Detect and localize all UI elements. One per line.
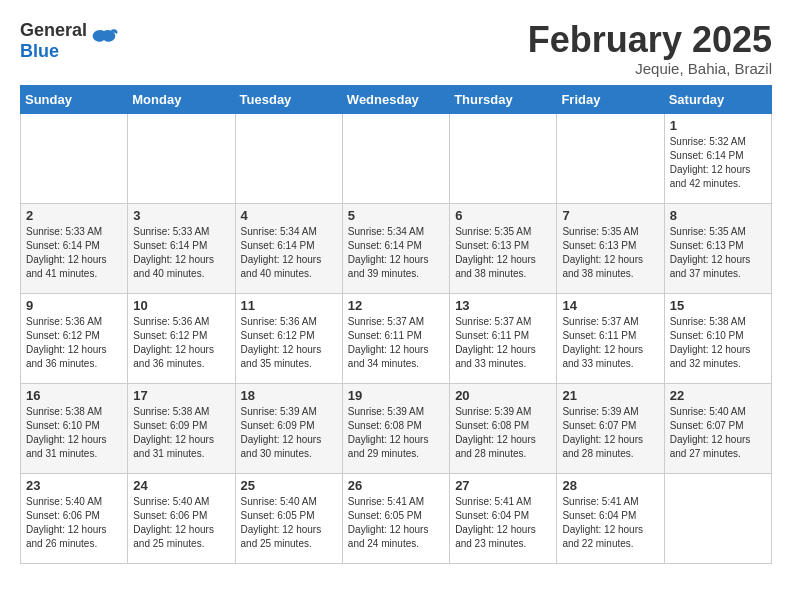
day-number: 11 (241, 298, 337, 313)
day-of-week-header: Friday (557, 85, 664, 113)
day-of-week-header: Monday (128, 85, 235, 113)
calendar-cell: 28Sunrise: 5:41 AM Sunset: 6:04 PM Dayli… (557, 473, 664, 563)
calendar-cell: 4Sunrise: 5:34 AM Sunset: 6:14 PM Daylig… (235, 203, 342, 293)
day-info: Sunrise: 5:39 AM Sunset: 6:09 PM Dayligh… (241, 405, 337, 461)
day-info: Sunrise: 5:34 AM Sunset: 6:14 PM Dayligh… (348, 225, 444, 281)
day-number: 19 (348, 388, 444, 403)
day-number: 15 (670, 298, 766, 313)
calendar-cell: 8Sunrise: 5:35 AM Sunset: 6:13 PM Daylig… (664, 203, 771, 293)
day-number: 1 (670, 118, 766, 133)
calendar-cell: 2Sunrise: 5:33 AM Sunset: 6:14 PM Daylig… (21, 203, 128, 293)
calendar-cell: 6Sunrise: 5:35 AM Sunset: 6:13 PM Daylig… (450, 203, 557, 293)
calendar-cell: 19Sunrise: 5:39 AM Sunset: 6:08 PM Dayli… (342, 383, 449, 473)
day-number: 9 (26, 298, 122, 313)
day-info: Sunrise: 5:38 AM Sunset: 6:09 PM Dayligh… (133, 405, 229, 461)
calendar-cell: 17Sunrise: 5:38 AM Sunset: 6:09 PM Dayli… (128, 383, 235, 473)
calendar-cell: 25Sunrise: 5:40 AM Sunset: 6:05 PM Dayli… (235, 473, 342, 563)
day-number: 26 (348, 478, 444, 493)
calendar-cell: 15Sunrise: 5:38 AM Sunset: 6:10 PM Dayli… (664, 293, 771, 383)
day-info: Sunrise: 5:37 AM Sunset: 6:11 PM Dayligh… (348, 315, 444, 371)
day-of-week-header: Thursday (450, 85, 557, 113)
calendar-cell: 27Sunrise: 5:41 AM Sunset: 6:04 PM Dayli… (450, 473, 557, 563)
day-number: 17 (133, 388, 229, 403)
day-number: 5 (348, 208, 444, 223)
day-info: Sunrise: 5:40 AM Sunset: 6:05 PM Dayligh… (241, 495, 337, 551)
day-of-week-header: Sunday (21, 85, 128, 113)
calendar-week-row: 9Sunrise: 5:36 AM Sunset: 6:12 PM Daylig… (21, 293, 772, 383)
day-info: Sunrise: 5:38 AM Sunset: 6:10 PM Dayligh… (670, 315, 766, 371)
day-of-week-header: Wednesday (342, 85, 449, 113)
calendar-cell: 14Sunrise: 5:37 AM Sunset: 6:11 PM Dayli… (557, 293, 664, 383)
day-info: Sunrise: 5:36 AM Sunset: 6:12 PM Dayligh… (26, 315, 122, 371)
calendar-cell: 9Sunrise: 5:36 AM Sunset: 6:12 PM Daylig… (21, 293, 128, 383)
day-number: 3 (133, 208, 229, 223)
calendar-cell: 24Sunrise: 5:40 AM Sunset: 6:06 PM Dayli… (128, 473, 235, 563)
day-number: 8 (670, 208, 766, 223)
month-title: February 2025 (528, 20, 772, 60)
day-info: Sunrise: 5:33 AM Sunset: 6:14 PM Dayligh… (133, 225, 229, 281)
calendar-cell: 22Sunrise: 5:40 AM Sunset: 6:07 PM Dayli… (664, 383, 771, 473)
day-number: 13 (455, 298, 551, 313)
day-number: 20 (455, 388, 551, 403)
day-info: Sunrise: 5:35 AM Sunset: 6:13 PM Dayligh… (455, 225, 551, 281)
calendar-header-row: SundayMondayTuesdayWednesdayThursdayFrid… (21, 85, 772, 113)
day-info: Sunrise: 5:41 AM Sunset: 6:04 PM Dayligh… (455, 495, 551, 551)
day-number: 28 (562, 478, 658, 493)
day-number: 14 (562, 298, 658, 313)
calendar-cell: 20Sunrise: 5:39 AM Sunset: 6:08 PM Dayli… (450, 383, 557, 473)
day-info: Sunrise: 5:37 AM Sunset: 6:11 PM Dayligh… (562, 315, 658, 371)
logo-general-text: General (20, 20, 87, 40)
day-of-week-header: Saturday (664, 85, 771, 113)
calendar-cell: 1Sunrise: 5:32 AM Sunset: 6:14 PM Daylig… (664, 113, 771, 203)
day-info: Sunrise: 5:34 AM Sunset: 6:14 PM Dayligh… (241, 225, 337, 281)
day-number: 24 (133, 478, 229, 493)
day-info: Sunrise: 5:36 AM Sunset: 6:12 PM Dayligh… (241, 315, 337, 371)
calendar-cell: 21Sunrise: 5:39 AM Sunset: 6:07 PM Dayli… (557, 383, 664, 473)
day-of-week-header: Tuesday (235, 85, 342, 113)
calendar-week-row: 2Sunrise: 5:33 AM Sunset: 6:14 PM Daylig… (21, 203, 772, 293)
day-info: Sunrise: 5:41 AM Sunset: 6:05 PM Dayligh… (348, 495, 444, 551)
day-info: Sunrise: 5:41 AM Sunset: 6:04 PM Dayligh… (562, 495, 658, 551)
calendar-cell: 5Sunrise: 5:34 AM Sunset: 6:14 PM Daylig… (342, 203, 449, 293)
calendar-cell: 10Sunrise: 5:36 AM Sunset: 6:12 PM Dayli… (128, 293, 235, 383)
title-block: February 2025 Jequie, Bahia, Brazil (528, 20, 772, 77)
day-number: 23 (26, 478, 122, 493)
calendar-table: SundayMondayTuesdayWednesdayThursdayFrid… (20, 85, 772, 564)
day-info: Sunrise: 5:40 AM Sunset: 6:07 PM Dayligh… (670, 405, 766, 461)
calendar-cell (128, 113, 235, 203)
calendar-cell: 7Sunrise: 5:35 AM Sunset: 6:13 PM Daylig… (557, 203, 664, 293)
calendar-week-row: 23Sunrise: 5:40 AM Sunset: 6:06 PM Dayli… (21, 473, 772, 563)
day-number: 27 (455, 478, 551, 493)
calendar-cell: 18Sunrise: 5:39 AM Sunset: 6:09 PM Dayli… (235, 383, 342, 473)
day-info: Sunrise: 5:37 AM Sunset: 6:11 PM Dayligh… (455, 315, 551, 371)
location: Jequie, Bahia, Brazil (528, 60, 772, 77)
day-info: Sunrise: 5:35 AM Sunset: 6:13 PM Dayligh… (670, 225, 766, 281)
day-number: 21 (562, 388, 658, 403)
calendar-cell: 26Sunrise: 5:41 AM Sunset: 6:05 PM Dayli… (342, 473, 449, 563)
calendar-cell (664, 473, 771, 563)
day-info: Sunrise: 5:39 AM Sunset: 6:07 PM Dayligh… (562, 405, 658, 461)
page-header: General Blue February 2025 Jequie, Bahia… (20, 20, 772, 77)
calendar-cell (450, 113, 557, 203)
calendar-cell (557, 113, 664, 203)
day-info: Sunrise: 5:39 AM Sunset: 6:08 PM Dayligh… (348, 405, 444, 461)
calendar-cell (342, 113, 449, 203)
day-info: Sunrise: 5:32 AM Sunset: 6:14 PM Dayligh… (670, 135, 766, 191)
day-number: 18 (241, 388, 337, 403)
day-number: 2 (26, 208, 122, 223)
calendar-cell: 3Sunrise: 5:33 AM Sunset: 6:14 PM Daylig… (128, 203, 235, 293)
calendar-week-row: 16Sunrise: 5:38 AM Sunset: 6:10 PM Dayli… (21, 383, 772, 473)
day-number: 10 (133, 298, 229, 313)
calendar-cell: 11Sunrise: 5:36 AM Sunset: 6:12 PM Dayli… (235, 293, 342, 383)
day-info: Sunrise: 5:40 AM Sunset: 6:06 PM Dayligh… (133, 495, 229, 551)
day-info: Sunrise: 5:39 AM Sunset: 6:08 PM Dayligh… (455, 405, 551, 461)
calendar-cell (235, 113, 342, 203)
calendar-cell: 12Sunrise: 5:37 AM Sunset: 6:11 PM Dayli… (342, 293, 449, 383)
logo-blue-text: Blue (20, 41, 59, 61)
day-number: 16 (26, 388, 122, 403)
day-info: Sunrise: 5:33 AM Sunset: 6:14 PM Dayligh… (26, 225, 122, 281)
day-number: 6 (455, 208, 551, 223)
day-info: Sunrise: 5:36 AM Sunset: 6:12 PM Dayligh… (133, 315, 229, 371)
day-number: 4 (241, 208, 337, 223)
day-number: 22 (670, 388, 766, 403)
